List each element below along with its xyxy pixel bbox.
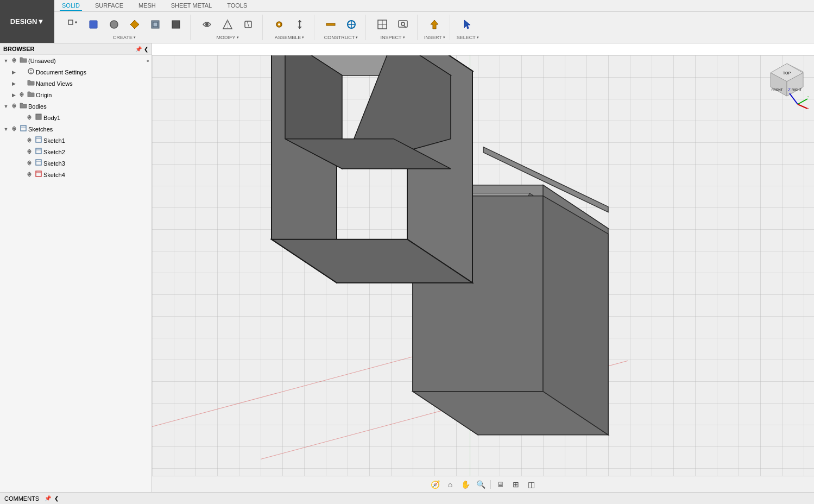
tab-sheet_metal[interactable]: SHEET METAL [169, 1, 214, 11]
pan-icon[interactable]: ✋ [459, 478, 472, 491]
expand-icon-doc_settings: ▶ [10, 70, 17, 75]
browser-item-body1[interactable]: Body1 [0, 112, 152, 123]
tool-btn-inspect-1[interactable] [393, 15, 413, 34]
browser-item-sketch4[interactable]: Sketch4 [0, 169, 152, 180]
tool-btn-modify-1[interactable] [218, 15, 237, 34]
tab-tools[interactable]: TOOLS [225, 1, 249, 11]
model-svg-2 [201, 55, 483, 288]
home-icon[interactable]: ⌂ [444, 478, 457, 491]
label-bodies: Bodies [28, 103, 149, 110]
tool-label-modify[interactable]: MODIFY▾ [217, 35, 239, 40]
viewport[interactable]: TOP FRONT RIGHT Z Y X [152, 55, 814, 492]
tool-caret-inspect: ▾ [403, 35, 405, 40]
tool-label-inspect[interactable]: INSPECT▾ [380, 35, 405, 40]
svg-point-35 [21, 93, 23, 96]
tool-btn-assemble-0[interactable] [269, 15, 289, 34]
tool-btn-create-1[interactable] [84, 15, 103, 34]
folder-icon-sketch1 [34, 136, 43, 145]
tool-btn-inspect-0[interactable] [373, 15, 392, 34]
comments-expand-icon[interactable]: ❮ [54, 495, 59, 501]
browser-item-bodies[interactable]: ▼Bodies [0, 100, 152, 112]
label-sketch3: Sketch3 [43, 160, 149, 167]
expand-icon-named_views: ▶ [10, 81, 17, 86]
tool-label-construct[interactable]: CONSTRUCT▾ [324, 35, 358, 40]
tab-surface[interactable]: SURFACE [93, 1, 125, 11]
vis-icon-sketches[interactable] [10, 126, 18, 133]
vis-icon-sketch3[interactable] [25, 160, 34, 167]
svg-point-48 [28, 162, 30, 164]
tool-btn-create-2[interactable] [104, 15, 124, 34]
vis-icon-body1[interactable] [25, 115, 34, 121]
svg-text:FRONT: FRONT [772, 88, 783, 91]
comments-pin-icon[interactable]: 📌 [45, 495, 51, 501]
tool-group-select: SELECT▾ [452, 15, 483, 40]
svg-marker-18 [298, 27, 302, 29]
navigate-icon[interactable]: 🧭 [428, 478, 441, 491]
tool-btn-create-5[interactable] [166, 15, 186, 34]
tool-btn-assemble-1[interactable] [290, 15, 310, 34]
tool-btn-select-0[interactable] [458, 15, 477, 34]
expand-icon-root: ▼ [2, 58, 10, 64]
tool-btn-modify-0[interactable] [197, 15, 217, 34]
browser-item-root[interactable]: ▼(Unsaved)● [0, 55, 152, 66]
label-named_views: Named Views [36, 80, 149, 87]
tab-solid[interactable]: SOLID [60, 1, 82, 11]
vis-icon-sketch4[interactable] [25, 172, 34, 178]
tool-btn-insert-0[interactable] [425, 15, 444, 34]
vis-icon-root[interactable] [10, 58, 18, 64]
label-doc_settings: Document Settings [36, 69, 149, 75]
browser-panel: BROWSER 📌 ❮ ▼(Unsaved)●▶Document Setting… [0, 43, 152, 492]
tool-label-create[interactable]: CREATE▾ [113, 35, 136, 40]
axis-indicator: Z Y X [787, 83, 809, 110]
view-icon[interactable]: ◫ [525, 478, 538, 491]
tool-icons-inspect [373, 15, 413, 34]
vis-icon-bodies[interactable] [10, 103, 18, 110]
svg-point-31 [13, 59, 15, 61]
tool-label-insert[interactable]: INSERT▾ [424, 35, 445, 40]
label-sketch2: Sketch2 [43, 149, 149, 155]
tab-mesh[interactable]: MESH [136, 1, 158, 11]
zoom-icon[interactable]: 🔍 [474, 478, 487, 491]
tool-icons-construct [321, 15, 361, 34]
tool-btn-modify-2[interactable] [238, 15, 258, 34]
design-button[interactable]: DESIGN ▼ [0, 0, 54, 43]
browser-item-sketch2[interactable]: Sketch2 [0, 146, 152, 158]
tool-btn-create-3[interactable] [125, 15, 144, 34]
view-cube[interactable]: TOP FRONT RIGHT Z Y X [765, 61, 809, 104]
svg-rect-38 [36, 114, 41, 119]
browser-item-doc_settings[interactable]: ▶Document Settings [0, 66, 152, 78]
tool-label-assemble[interactable]: ASSEMBLE▾ [275, 35, 305, 40]
svg-point-45 [28, 150, 30, 153]
vis-icon-sketch1[interactable] [25, 137, 34, 144]
browser-item-sketch1[interactable]: Sketch1 [0, 135, 152, 146]
tool-label-select[interactable]: SELECT▾ [457, 35, 479, 40]
tool-btn-create-0[interactable] [63, 15, 83, 34]
tool-btn-construct-1[interactable] [342, 15, 361, 34]
folder-icon-root [18, 56, 28, 65]
browser-pin-icon[interactable]: 📌 [135, 46, 142, 52]
browser-tree: ▼(Unsaved)●▶Document Settings▶Named View… [0, 55, 152, 180]
comments-label: COMMENTS [4, 495, 39, 502]
browser-collapse-icon[interactable]: ❮ [144, 46, 148, 52]
folder-icon-sketches [18, 124, 28, 134]
svg-point-15 [278, 23, 280, 26]
svg-point-39 [13, 128, 15, 130]
design-arrow: ▼ [37, 17, 44, 26]
grid-icon[interactable]: ⊞ [509, 478, 522, 491]
display-icon[interactable]: 🖥 [494, 478, 507, 491]
svg-rect-0 [68, 20, 73, 24]
vis-icon-origin[interactable] [17, 92, 26, 98]
tool-btn-create-4[interactable] [146, 15, 165, 34]
browser-item-named_views[interactable]: ▶Named Views [0, 78, 152, 89]
vis-icon-sketch2[interactable] [25, 149, 34, 155]
browser-item-origin[interactable]: ▶Origin [0, 89, 152, 100]
svg-marker-17 [298, 20, 302, 22]
browser-header: BROWSER 📌 ❮ [0, 43, 152, 55]
browser-item-sketch3[interactable]: Sketch3 [0, 158, 152, 169]
tool-btn-construct-0[interactable] [321, 15, 340, 34]
svg-point-42 [28, 139, 30, 141]
tool-caret-insert: ▾ [443, 35, 445, 40]
folder-icon-origin [26, 90, 36, 99]
svg-rect-3 [90, 21, 97, 28]
browser-item-sketches[interactable]: ▼Sketches [0, 123, 152, 135]
